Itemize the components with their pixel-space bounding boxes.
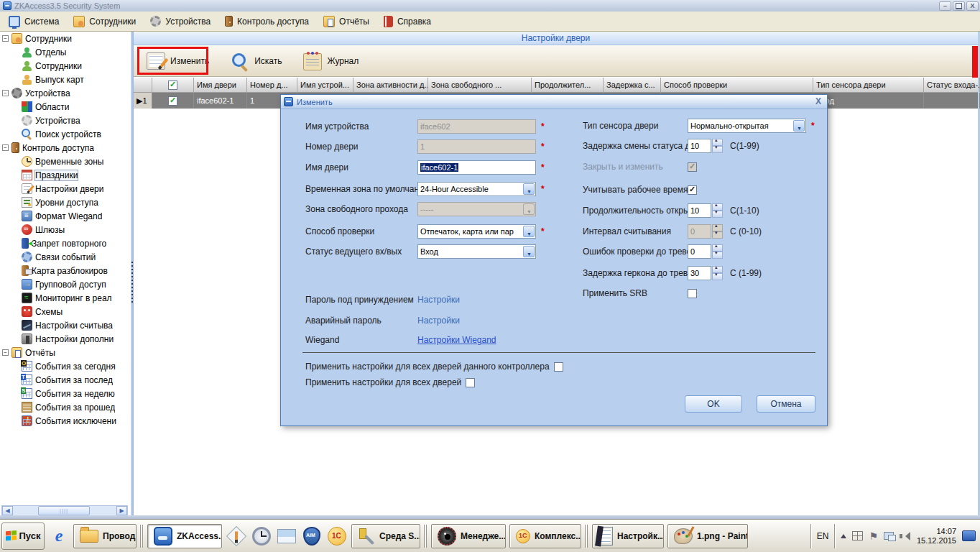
image-app-quicklaunch[interactable]	[276, 525, 297, 548]
work-time-checkbox[interactable]	[688, 185, 697, 195]
close-button[interactable]: X	[966, 1, 979, 11]
language-indicator[interactable]: EN	[817, 531, 829, 541]
sidebar-item-3[interactable]: Выпуск карт	[0, 73, 131, 86]
collapse-toggle-icon[interactable]	[2, 144, 9, 151]
default-timezone-select[interactable]: 24-Hour Accessible	[417, 182, 536, 196]
menu-system[interactable]: Система	[4, 14, 66, 29]
status-delay-spinner[interactable]: 10	[688, 139, 723, 153]
menu-employees[interactable]: Сотрудники	[69, 14, 143, 29]
sidebar-item-12[interactable]: Уровни доступа	[0, 196, 131, 209]
menu-access-control[interactable]: Контроль доступа	[221, 14, 316, 29]
taskbar-button-3[interactable]: ZKAccess...	[147, 524, 222, 548]
dialog-close-icon[interactable]: X	[815, 96, 821, 106]
menu-devices[interactable]: Устройства	[146, 14, 218, 29]
collapse-toggle-icon[interactable]	[2, 349, 9, 356]
start-button[interactable]: Пуск	[1, 523, 45, 550]
collapse-toggle-icon[interactable]	[2, 35, 9, 42]
scroll-track[interactable]	[13, 506, 116, 515]
sidebar-item-19[interactable]: Мониторинг в реал	[0, 291, 131, 305]
row-select-cell[interactable]	[152, 93, 194, 109]
open-duration-spinner[interactable]: 10	[688, 203, 723, 218]
search-button[interactable]: Искать	[225, 50, 287, 73]
minimize-button[interactable]: –	[939, 1, 951, 11]
sidebar-item-18[interactable]: Групповой доступ	[0, 277, 131, 291]
clock-app-quicklaunch[interactable]	[251, 525, 272, 548]
sidebar-item-25[interactable]: События за послед	[0, 373, 131, 387]
edit-button[interactable]: Изменить	[141, 50, 215, 73]
verify-errors-value[interactable]: 0	[688, 244, 711, 259]
sidebar-item-23[interactable]: Отчёты	[0, 346, 131, 359]
restore-button[interactable]	[953, 1, 965, 11]
menu-help[interactable]: Справка	[379, 14, 438, 29]
sidebar-item-8[interactable]: Контроль доступа	[0, 141, 131, 155]
verify-errors-spinner[interactable]: 0	[688, 244, 723, 259]
select-all-checkbox[interactable]	[168, 80, 177, 90]
menu-reports[interactable]: Отчёты	[319, 14, 376, 29]
tray-flag-icon[interactable]: ⚑	[869, 530, 878, 542]
sidebar-item-4[interactable]: Устройства	[0, 86, 131, 100]
scroll-right-icon[interactable]: ▶	[116, 506, 127, 515]
apply-srb-checkbox[interactable]	[688, 289, 697, 298]
apply-all-controller-checkbox[interactable]	[554, 362, 563, 372]
apply-all-doors-checkbox[interactable]	[466, 378, 475, 387]
sensor-alarm-delay-value[interactable]: 30	[688, 266, 711, 280]
collapse-toggle-icon[interactable]	[2, 90, 9, 96]
tray-speaker-icon[interactable]	[900, 531, 911, 541]
sidebar-item-9[interactable]: Временные зоны	[0, 155, 131, 168]
sidebar-item-16[interactable]: Связи событий	[0, 250, 131, 264]
wiegand-settings-link[interactable]: Настройки Wiegand	[417, 335, 496, 345]
sidebar-item-26[interactable]: События за неделю	[0, 387, 131, 400]
open-duration-value[interactable]: 10	[688, 203, 711, 218]
emergency-password-settings-link[interactable]: Настройки	[417, 316, 460, 326]
scroll-thumb[interactable]	[38, 506, 90, 515]
tray-expand-icon[interactable]	[841, 531, 846, 538]
ok-button[interactable]: OK	[685, 395, 742, 413]
spin-down-icon[interactable]	[712, 273, 723, 280]
scroll-left-icon[interactable]: ◀	[2, 506, 13, 515]
sidebar-item-24[interactable]: События за сегодня	[0, 359, 131, 373]
status-delay-value[interactable]: 10	[688, 139, 711, 153]
taskbar-button-1[interactable]: Провод...	[73, 524, 137, 548]
lead-io-status-select[interactable]: Вход	[417, 244, 536, 259]
sidebar-item-21[interactable]: Настройки считыва	[0, 318, 131, 332]
taskbar-button-12[interactable]: Комплекс...	[509, 524, 581, 548]
sidebar-item-14[interactable]: Шлюзы	[0, 223, 131, 236]
sidebar-item-1[interactable]: Отделы	[0, 45, 131, 59]
tray-network-icon[interactable]	[884, 532, 894, 540]
chevron-down-icon[interactable]	[523, 226, 535, 237]
verify-mode-select[interactable]: Отпечаток, карта или пар	[417, 224, 536, 239]
sidebar-item-28[interactable]: События исключени	[0, 414, 131, 428]
tray-clock[interactable]: 14:07 15.12.2015	[917, 527, 956, 546]
sidebar-item-2[interactable]: Сотрудники	[0, 59, 131, 73]
chevron-down-icon[interactable]	[793, 120, 805, 132]
sidebar-item-6[interactable]: Устройства	[0, 114, 131, 127]
chevron-down-icon[interactable]	[523, 183, 535, 195]
duress-password-settings-link[interactable]: Настройки	[417, 295, 460, 305]
door-name-input[interactable]: iface602-1	[417, 160, 536, 175]
journal-button[interactable]: Журнал	[297, 49, 364, 73]
spin-down-icon[interactable]	[712, 146, 723, 153]
select-all-column[interactable]	[152, 78, 194, 92]
one-c-quicklaunch[interactable]	[326, 525, 348, 548]
horizontal-scrollbar[interactable]: ◀ ▶	[1, 505, 128, 516]
cancel-button[interactable]: Отмена	[757, 395, 815, 413]
sidebar-item-13[interactable]: Формат Wiegand	[0, 209, 131, 223]
chevron-down-icon[interactable]	[523, 246, 535, 257]
tray-windows-icon[interactable]	[852, 531, 863, 540]
sensor-type-select[interactable]: Нормально-открытая	[688, 119, 806, 133]
sidebar-item-17[interactable]: Карта разблокиров	[0, 264, 131, 277]
taskbar-button-15[interactable]: 1.png - Paint	[667, 524, 748, 548]
sidebar-item-7[interactable]: Поиск устройств	[0, 127, 131, 141]
sidebar-item-22[interactable]: Настройки дополни	[0, 332, 131, 346]
sidebar-item-10[interactable]: Праздники	[0, 168, 131, 182]
sidebar-item-15[interactable]: Запрет повторного	[0, 236, 131, 250]
sidebar-item-20[interactable]: Схемы	[0, 305, 131, 318]
sensor-alarm-delay-spinner[interactable]: 30	[688, 266, 723, 280]
spin-down-icon[interactable]	[712, 211, 723, 218]
ie-quicklaunch[interactable]: e	[48, 525, 70, 548]
row-checkbox[interactable]	[168, 96, 177, 106]
sidebar-item-0[interactable]: Сотрудники	[0, 32, 131, 45]
taskbar-button-14[interactable]: Настройк...	[592, 524, 664, 548]
sidebar-item-27[interactable]: События за прошед	[0, 400, 131, 414]
show-desktop-icon[interactable]	[962, 530, 976, 541]
